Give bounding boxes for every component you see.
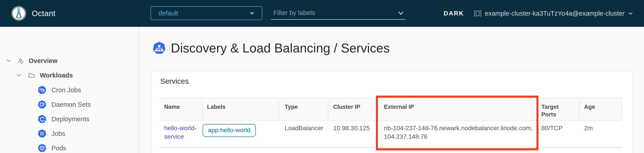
column-header-external-ip: External IP [384,103,414,111]
cron-jobs-icon [38,86,46,95]
sidebar-item-label: Cron Jobs [52,86,81,94]
caret-down-icon [250,12,254,15]
cluster-icon [474,9,482,17]
sidebar-item-label: Jobs [52,130,65,137]
cell-labels: app:hello-world [202,124,256,137]
sidebar-nav: Overview Workloads Cron Jobs [0,27,139,153]
chevron-down-icon[interactable] [5,57,12,64]
sidebar-item-workloads[interactable]: Workloads [0,70,138,80]
services-icon [152,41,166,55]
pods-icon [38,144,46,153]
column-header-age: Age [584,103,595,111]
cluster-name-label: example-cluster-ka3TuTzYo4a@example-clus… [485,10,624,17]
octant-app: Octant default DARK [0,0,644,153]
theme-toggle-button[interactable]: DARK [432,0,464,27]
column-header-cluster-ip: Cluster IP [333,103,360,111]
cell-type: LoadBalancer [285,124,323,133]
column-header-type: Type [285,103,298,111]
sidebar-item-deployments[interactable]: Deployments [0,114,138,124]
chevron-down-icon[interactable] [397,9,405,17]
cell-target-ports: 80/TCP [541,124,562,133]
column-divider [537,100,537,119]
moon-icon [432,9,440,18]
column-divider [278,100,279,119]
service-name-link[interactable]: hello-world-service [164,125,196,140]
card-title: Services [160,77,189,86]
cell-cluster-ip: 10.98.30.125 [333,124,370,133]
namespace-value: default [158,7,178,20]
sidebar-item-overview[interactable]: Overview [0,56,138,66]
services-card: Services Name Labels Type Cluster IP Ext… [151,71,633,153]
app-title: Octant [32,0,56,27]
sidebar-item-pods[interactable]: Pods [0,143,138,153]
column-divider [622,100,622,119]
label-filter-input[interactable] [273,7,392,19]
column-divider [202,100,202,119]
column-divider [378,100,378,119]
column-header-labels: Labels [207,103,226,111]
deployments-icon [38,115,46,124]
namespace-dropdown[interactable]: default [150,6,262,20]
table-header-row: Name Labels Type Cluster IP External IP … [160,98,622,121]
cell-name: hello-world-service [164,124,200,141]
cluster-selector[interactable]: example-cluster-ka3TuTzYo4a@example-clus… [474,0,634,27]
page-title: Discovery & Load Balancing / Services [171,41,390,55]
sidebar-item-jobs[interactable]: Jobs [0,129,138,139]
daemon-sets-icon [38,100,46,109]
column-divider [328,100,328,119]
services-table: Name Labels Type Cluster IP External IP … [160,98,622,148]
column-header-name: Name [164,103,180,111]
jobs-icon [38,129,46,138]
sidebar-item-label: Workloads [40,72,73,79]
octant-logo-icon [11,6,26,21]
cell-external-ip: nb-104-237-148-76.newark.nodebalancer.li… [384,124,540,141]
page-header: Discovery & Load Balancing / Services [152,41,390,55]
column-header-target-ports: Target Ports [541,103,569,118]
sidebar-item-label: Overview [28,57,58,65]
chevron-down-icon [628,10,634,16]
sidebar-item-label: Deployments [52,116,89,123]
cell-age: 2m [584,124,593,133]
column-divider [579,100,580,119]
theme-toggle-label: DARK [444,10,464,17]
folder-icon [28,71,35,79]
label-filter [271,7,405,20]
sidebar-item-label: Pods [52,145,66,152]
sidebar-item-daemon-sets[interactable]: Daemon Sets [0,100,138,109]
objects-icon [17,57,24,64]
sidebar-item-cron-jobs[interactable]: Cron Jobs [0,85,138,95]
top-header: Octant default DARK [0,0,644,27]
sidebar-item-label: Daemon Sets [52,101,91,108]
table-row: hello-world-service app:hello-world Load… [160,121,622,148]
chevron-down-icon[interactable] [16,72,22,79]
label-chip[interactable]: app:hello-world [202,124,256,137]
